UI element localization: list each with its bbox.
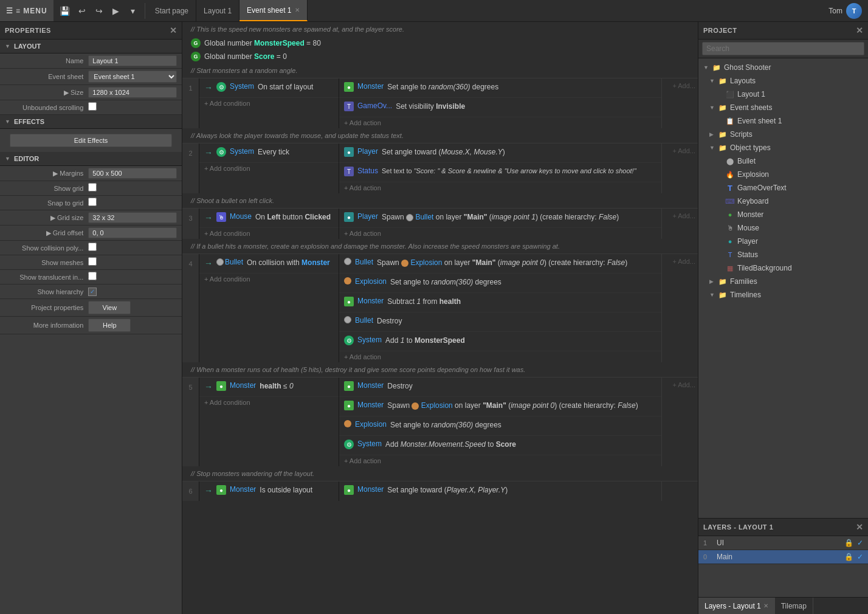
redo-button[interactable]: ↪	[91, 3, 107, 19]
project-properties-button[interactable]: View	[88, 301, 131, 314]
condition-item[interactable]: → ⚙ System Every tick	[199, 143, 339, 163]
tree-bullet[interactable]: ⬤ Bullet	[698, 154, 868, 168]
add-action-5[interactable]: + Add action	[339, 455, 661, 466]
action-item[interactable]: Explosion Set angle to random(360) degre…	[339, 416, 661, 436]
run-arrow-button[interactable]: ▾	[125, 3, 141, 19]
tree-timelines-folder[interactable]: ▼ 📁 Timelines	[698, 288, 868, 302]
tree-monster[interactable]: ● Monster	[698, 208, 868, 221]
show-translucent-checkbox[interactable]	[88, 272, 97, 280]
show-grid-checkbox[interactable]	[88, 183, 97, 191]
action-item[interactable]: ● Player Set angle toward (Mouse.X, Mous…	[339, 143, 661, 163]
name-input[interactable]	[88, 55, 177, 66]
layers-close-icon[interactable]: ✕	[856, 522, 864, 532]
tab-tilemap[interactable]: Tilemap	[775, 598, 813, 614]
unbounded-checkbox[interactable]	[88, 102, 97, 111]
add-condition-2[interactable]: + Add condition	[199, 163, 339, 174]
run-button[interactable]: ▶	[108, 3, 124, 19]
action-item[interactable]: ● Monster Set angle toward (Player.X, Pl…	[339, 481, 661, 501]
condition-item[interactable]: → ⚙ System On start of layout	[199, 78, 339, 98]
tree-player[interactable]: ● Player	[698, 235, 868, 248]
action-item[interactable]: ● Player Spawn Bullet on layer "Main" (i…	[339, 209, 661, 228]
layer-lock-icon[interactable]: 🔒	[844, 539, 853, 547]
tree-status[interactable]: T Status	[698, 248, 868, 261]
tree-mouse[interactable]: 🖱 Mouse	[698, 221, 868, 235]
show-meshes-checkbox[interactable]	[88, 257, 97, 266]
show-hierarchy-checkbox[interactable]: ✓	[88, 288, 97, 296]
tree-event-sheet1[interactable]: 📋 Event sheet 1	[698, 114, 868, 128]
properties-close-icon[interactable]: ✕	[170, 26, 177, 35]
action-item[interactable]: Explosion Set angle to random(360) degre…	[339, 274, 661, 293]
action-item[interactable]: ⚙ System Add Monster.Movement.Speed to S…	[339, 436, 661, 455]
undo-button[interactable]: ↩	[74, 3, 90, 19]
layout-section-header[interactable]: ▼ LAYOUT	[0, 40, 182, 53]
size-input[interactable]	[88, 87, 177, 98]
user-avatar[interactable]: T	[846, 3, 862, 19]
save-button[interactable]: 💾	[57, 3, 73, 19]
editor-section-header[interactable]: ▼ EDITOR	[0, 152, 182, 166]
add-condition-4[interactable]: + Add condition	[199, 274, 339, 285]
add-right-icon[interactable]: + Add...	[672, 147, 695, 154]
condition-item[interactable]: → 🖱 Mouse On Left button Clicked	[199, 209, 339, 228]
tree-layout1[interactable]: ⬛ Layout 1	[698, 88, 868, 101]
tab-start-page[interactable]: Start page	[148, 0, 196, 21]
tree-scripts-folder[interactable]: ▶ 📁 Scripts	[698, 128, 868, 141]
tree-event-sheets-folder[interactable]: ▼ 📁 Event sheets	[698, 101, 868, 114]
tree-explosion[interactable]: 🔥 Explosion	[698, 168, 868, 181]
layer-row-main[interactable]: 0 Main 🔒 ✓	[698, 550, 868, 564]
more-info-button[interactable]: Help	[88, 319, 131, 332]
layer-row-ui[interactable]: 1 UI 🔒 ✓	[698, 536, 868, 550]
layer-vis-icon[interactable]: ✓	[857, 539, 863, 547]
event-sheet-select[interactable]: Event sheet 1	[88, 71, 177, 83]
add-action-1[interactable]: + Add action	[339, 117, 661, 128]
tree-families-folder[interactable]: ▶ 📁 Families	[698, 275, 868, 288]
add-action-4[interactable]: + Add action	[339, 351, 661, 362]
condition-item[interactable]: → Bullet On collision with Monster	[199, 254, 339, 274]
tab-layers-layout1[interactable]: Layers - Layout 1 ✕	[698, 598, 775, 614]
tab-close-icon[interactable]: ✕	[295, 7, 300, 13]
top-bar: ☰ ≡ MENU 💾 ↩ ↪ ▶ ▾ Start page Layout 1 E…	[0, 0, 868, 22]
project-close-icon[interactable]: ✕	[856, 26, 864, 35]
action-item[interactable]: Bullet Spawn Explosion on layer "Main" (…	[339, 254, 661, 274]
margins-input[interactable]	[88, 168, 177, 179]
condition-item[interactable]: → ● Monster health ≤ 0	[199, 378, 339, 397]
tree-keyboard[interactable]: ⌨ Keyboard	[698, 195, 868, 208]
snap-grid-checkbox[interactable]	[88, 198, 97, 206]
tree-gameovertext[interactable]: T GameOverText	[698, 181, 868, 195]
menu-button[interactable]: ☰ ≡ MENU	[0, 0, 53, 21]
add-condition-3[interactable]: + Add condition	[199, 228, 339, 239]
edit-effects-button[interactable]: Edit Effects	[10, 134, 172, 147]
add-condition-5[interactable]: + Add condition	[199, 397, 339, 408]
add-right-icon[interactable]: + Add...	[672, 381, 695, 388]
add-action-3[interactable]: + Add action	[339, 228, 661, 239]
add-right-icon[interactable]: + Add...	[672, 258, 695, 265]
add-right-icon[interactable]: + Add...	[672, 82, 695, 89]
action-item[interactable]: ● Monster Spawn Explosion on layer "Main…	[339, 397, 661, 416]
action-item[interactable]: T GameOv... Set visibility Invisible	[339, 98, 661, 117]
layers-tab-close-icon[interactable]: ✕	[763, 602, 768, 609]
effects-section-header[interactable]: ▼ EFFECTS	[0, 115, 182, 129]
add-condition-1[interactable]: + Add condition	[199, 98, 339, 109]
player-icon-tree: ●	[725, 236, 735, 246]
action-item[interactable]: T Status Set text to "Score: " & Score &…	[339, 163, 661, 182]
tree-layouts-folder[interactable]: ▼ 📁 Layouts	[698, 74, 868, 88]
tree-tiledbg[interactable]: ▦ TiledBackground	[698, 261, 868, 275]
layer-main-lock-icon[interactable]: 🔒	[844, 553, 853, 561]
action-item[interactable]: ● Monster Set angle to random(360) degre…	[339, 78, 661, 98]
add-action-2[interactable]: + Add action	[339, 182, 661, 193]
action-item[interactable]: ● Monster Destroy	[339, 378, 661, 397]
tree-object-types-folder[interactable]: ▼ 📁 Object types	[698, 141, 868, 154]
show-collision-checkbox[interactable]	[88, 243, 97, 251]
action-item[interactable]: ⚙ System Add 1 to MonsterSpeed	[339, 332, 661, 351]
tab-layout1[interactable]: Layout 1	[196, 0, 239, 21]
layer-main-vis-icon[interactable]: ✓	[857, 553, 863, 561]
tilemap-tab-label: Tilemap	[781, 602, 807, 610]
grid-size-input[interactable]	[88, 212, 177, 223]
project-search-input[interactable]	[702, 42, 864, 55]
action-item[interactable]: ● Monster Subtract 1 from health	[339, 293, 661, 312]
tab-event-sheet1[interactable]: Event sheet 1 ✕	[239, 0, 308, 21]
action-item[interactable]: Bullet Destroy	[339, 312, 661, 332]
tree-root[interactable]: ▼ 📁 Ghost Shooter	[698, 61, 868, 74]
condition-item[interactable]: → ● Monster Is outside layout	[199, 481, 339, 501]
add-right-icon[interactable]: + Add...	[672, 212, 695, 219]
grid-offset-input[interactable]	[88, 227, 177, 238]
